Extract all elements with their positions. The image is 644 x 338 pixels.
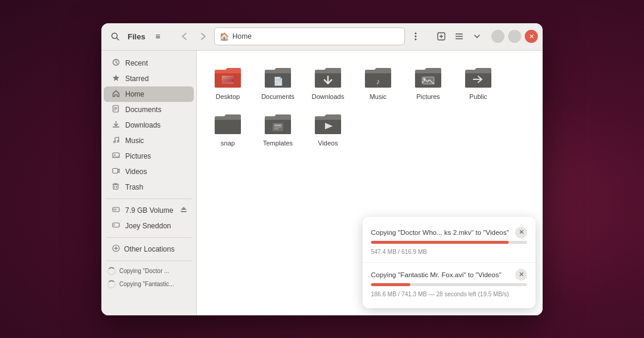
sort-button[interactable] [469,28,485,45]
view-button[interactable] [451,28,467,45]
svg-marker-31 [181,207,187,210]
file-label-videos: Videos [318,139,338,147]
sidebar-divider-3 [106,261,191,261]
copy-status-2: Copying "Fantastic... [101,278,196,291]
file-label-templates: Templates [263,139,293,147]
file-item-music[interactable]: ♪ Music [354,60,402,104]
copy-spinner-1 [107,267,116,275]
more-options-button[interactable] [407,28,424,45]
folder-icon-videos [314,111,342,137]
file-item-downloads[interactable]: Downloads [304,60,352,104]
sidebar-item-trash[interactable]: Trash [104,179,194,195]
forward-button[interactable] [195,28,212,45]
user-drive-icon [111,221,120,231]
sidebar-item-trash-label: Trash [125,183,143,191]
sidebar: Recent Starred Home Docume [101,51,197,315]
sidebar-item-starred-label: Starred [125,75,148,83]
svg-rect-24 [113,184,118,189]
sidebar-item-home[interactable]: Home [104,86,194,102]
sidebar-item-documents[interactable]: Documents [104,102,194,117]
svg-rect-39 [222,76,234,82]
file-item-templates[interactable]: Templates [254,107,302,151]
file-item-pictures[interactable]: Pictures [404,60,452,104]
titlebar-right: ✕ [433,28,538,45]
file-item-videos[interactable]: Videos [304,107,352,151]
copy-spinner-2 [107,280,116,289]
home-icon: 🏠 [219,32,229,41]
documents-icon [111,105,120,114]
copy-status-1: Copying "Doctor ... [101,265,196,278]
sidebar-item-downloads[interactable]: Downloads [104,117,194,133]
folder-icon-downloads [314,65,342,90]
minimize-button[interactable] [491,30,504,43]
progress-close-1[interactable]: ✕ [515,227,527,238]
eject-button[interactable] [181,206,187,214]
back-button[interactable] [176,28,193,45]
folder-icon-snap [213,111,242,137]
back-icon [181,32,187,41]
progress-close-2[interactable]: ✕ [515,269,527,281]
file-label-music: Music [370,92,387,101]
maximize-button[interactable] [508,30,521,43]
svg-point-4 [414,39,416,41]
progress-item-2: Copying "Fantastic Mr. Fox.avi" to "Vide… [363,265,535,302]
sidebar-item-recent[interactable]: Recent [104,55,194,71]
folder-icon-desktop [213,65,242,90]
sidebar-item-volume[interactable]: 7.9 GB Volume [104,203,194,218]
chevron-down-icon [474,34,480,39]
sidebar-item-home-label: Home [125,90,144,98]
svg-text:♪: ♪ [376,77,380,86]
sidebar-item-volume-label: 7.9 GB Volume [125,206,174,215]
new-tab-button[interactable] [433,28,450,45]
svg-point-22 [114,154,115,155]
sidebar-item-user-label: Joey Sneddon [125,222,171,230]
sidebar-item-user[interactable]: Joey Sneddon [104,218,194,234]
recent-icon [111,58,120,68]
files-grid: Desktop 📄 Documents [204,60,535,151]
volume-icon [111,206,120,215]
location-bar[interactable]: 🏠 Home [214,27,405,45]
titlebar-center: 🏠 Home [169,27,431,45]
progress-bar-bg-1 [371,241,527,244]
downloads-icon [111,120,120,130]
eject-icon [181,206,187,213]
file-item-desktop[interactable]: Desktop [204,60,252,104]
svg-marker-12 [113,75,119,81]
sidebar-item-pictures[interactable]: Pictures [104,148,194,164]
progress-title-2: Copying "Fantastic Mr. Fox.avi" to "Vide… [371,271,515,278]
progress-divider [363,262,535,263]
progress-bar-fill-2 [371,283,410,286]
svg-point-20 [117,140,119,142]
file-item-public[interactable]: Public [454,60,502,104]
sidebar-item-starred[interactable]: Starred [104,71,194,86]
file-item-snap[interactable]: snap [204,107,252,151]
star-icon [111,74,120,83]
titlebar: Files ≡ 🏠 Home [101,23,543,51]
file-area: Desktop 📄 Documents [197,51,543,315]
sidebar-item-documents-label: Documents [125,106,162,114]
svg-rect-32 [181,211,187,212]
copy-status-1-label: Copying "Doctor ... [119,268,169,274]
music-icon [111,136,120,145]
window-controls: ✕ [491,30,538,43]
file-label-public: Public [469,92,487,101]
folder-icon-music: ♪ [364,65,392,90]
progress-item-1: Copying "Doctor Who... ks 2.mkv" to "Vid… [363,223,535,260]
file-item-documents[interactable]: 📄 Documents [254,60,302,104]
sidebar-item-videos[interactable]: Videos [104,164,194,179]
svg-rect-23 [113,168,118,173]
svg-point-2 [414,33,416,35]
sidebar-item-other-locations[interactable]: Other Locations [104,241,194,257]
progress-sub-1: 547.4 MB / 616.9 MB [371,249,427,255]
sidebar-item-music[interactable]: Music [104,133,194,148]
search-button[interactable] [106,27,124,45]
trash-icon [111,182,120,192]
menu-button[interactable]: ≡ [149,27,167,45]
sidebar-divider-2 [106,237,191,238]
close-button[interactable]: ✕ [525,30,538,43]
svg-text:📄: 📄 [273,76,284,86]
sidebar-item-other-locations-label: Other Locations [124,245,175,253]
file-label-pictures: Pictures [416,92,440,101]
videos-icon [111,167,120,176]
copy-status-2-label: Copying "Fantastic... [119,281,174,287]
